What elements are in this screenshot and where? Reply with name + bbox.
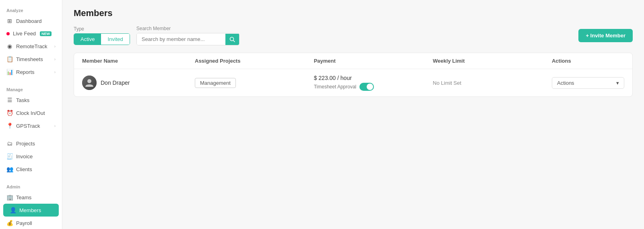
avatar [82,76,97,90]
search-icon [229,37,235,42]
sidebar-item-label: RemoteTrack [16,43,47,49]
timesheet-label: Timesheet Approval [314,84,357,90]
col-weekly-limit: Weekly Limit [433,58,552,64]
members-icon: 👤 [10,207,16,213]
chevron-right-icon: › [54,70,56,74]
admin-section-label: Admin [0,180,62,191]
page-title: Members [74,8,633,18]
table-header: Member Name Assigned Projects Payment We… [74,53,632,69]
col-member-name: Member Name [82,58,195,64]
timesheet-toggle[interactable] [359,83,374,91]
type-buttons: Active Invited [74,33,130,45]
sidebar-item-clients[interactable]: 👥 Clients [0,163,62,176]
sidebar-item-members[interactable]: 👤 Members [3,204,59,217]
search-filter-label: Search Member [136,26,239,31]
invite-member-button[interactable]: + Invite Member [578,29,633,42]
sidebar-item-label: Clock In/Out [16,110,45,116]
tasks-icon: ☰ [6,97,13,103]
sidebar-item-label: Payroll [16,220,32,226]
dashboard-icon: ⊞ [6,18,13,24]
sidebar-item-gps-track[interactable]: 📍 GPSTrack › [0,119,62,132]
avatar-silhouette [84,77,95,88]
filters-row: Type Active Invited Search Member + Invi… [74,26,633,45]
sidebar-item-label: Clients [16,166,32,172]
payment-amount: $ 223.00 / hour [314,75,433,81]
actions-dropdown[interactable]: Actions ▾ [552,77,624,89]
sidebar-item-invoice[interactable]: 🧾 Invoice [0,150,62,163]
live-dot-icon [6,32,10,35]
sidebar-item-label: GPSTrack [16,123,40,129]
teams-icon: 🏢 [6,194,13,200]
sidebar-item-label: Reports [16,69,35,75]
projects-icon: 🗂 [6,140,13,147]
analyze-section-label: Analyze [0,4,62,14]
member-cell: Don Draper [82,76,195,90]
sidebar-item-teams[interactable]: 🏢 Teams [0,191,62,204]
sidebar-item-remote-track[interactable]: ◉ RemoteTrack › [0,40,62,53]
timesheets-icon: 📋 [6,56,13,62]
members-table: Member Name Assigned Projects Payment We… [74,53,633,97]
search-button[interactable] [225,34,239,45]
sidebar-item-label: Invoice [16,153,33,159]
sidebar: Analyze ⊞ Dashboard Live Feed NEW ◉ Remo… [0,0,62,229]
remote-track-icon: ◉ [6,43,13,49]
sidebar-item-label: Projects [16,141,35,147]
invoice-icon: 🧾 [6,153,13,159]
sidebar-item-tasks[interactable]: ☰ Tasks [0,94,62,106]
clients-icon: 👥 [6,166,13,172]
col-payment: Payment [314,58,433,64]
gps-icon: 📍 [6,123,13,129]
payment-cell: $ 223.00 / hour Timesheet Approval [314,75,433,91]
sidebar-item-label: Tasks [16,97,29,103]
member-name: Don Draper [101,80,130,86]
sidebar-item-reports[interactable]: 📊 Reports › [0,65,62,78]
timesheet-row: Timesheet Approval [314,83,433,91]
new-badge: NEW [40,31,52,36]
col-assigned-projects: Assigned Projects [195,58,314,64]
chevron-right-icon: › [54,44,56,49]
sidebar-item-payroll[interactable]: 💰 Payroll [0,217,62,229]
toggle-dot [367,84,373,90]
sidebar-item-dashboard[interactable]: ⊞ Dashboard [0,14,62,27]
manage-section-label: Manage [0,83,62,94]
sidebar-item-label: Timesheets [16,56,43,62]
table-row: Don Draper Management $ 223.00 / hour Ti… [74,69,632,96]
sidebar-item-clock-in-out[interactable]: ⏰ Clock In/Out [0,106,62,119]
weekly-limit-cell: No Limit Set [433,80,552,86]
type-filter-group: Type Active Invited [74,26,130,45]
sidebar-item-live-feed[interactable]: Live Feed NEW [0,27,62,40]
invited-type-button[interactable]: Invited [101,34,129,45]
chevron-right-icon: › [54,57,56,61]
search-group: Search Member [136,26,239,45]
sidebar-item-label: Dashboard [16,18,42,24]
sidebar-item-timesheets[interactable]: 📋 Timesheets › [0,53,62,65]
sidebar-item-label: Teams [16,194,31,200]
col-actions: Actions [552,58,624,64]
reports-icon: 📊 [6,69,13,75]
main-content: Members Type Active Invited Search Membe… [62,0,644,229]
sidebar-item-projects[interactable]: 🗂 Projects [0,137,62,150]
projects-cell: Management [195,78,314,88]
sidebar-item-label: Live Feed [13,31,36,37]
actions-cell: Actions ▾ [552,77,624,89]
chevron-right-icon: › [54,124,56,128]
search-input[interactable] [137,33,225,45]
chevron-down-icon: ▾ [616,80,619,86]
actions-label: Actions [557,80,574,86]
active-type-button[interactable]: Active [74,34,101,45]
project-tag: Management [195,78,236,88]
sidebar-item-label: Members [19,207,41,213]
payroll-icon: 💰 [6,220,13,226]
search-box [136,33,239,45]
type-filter-label: Type [74,26,130,32]
clock-icon: ⏰ [6,110,13,116]
svg-point-1 [87,79,91,83]
